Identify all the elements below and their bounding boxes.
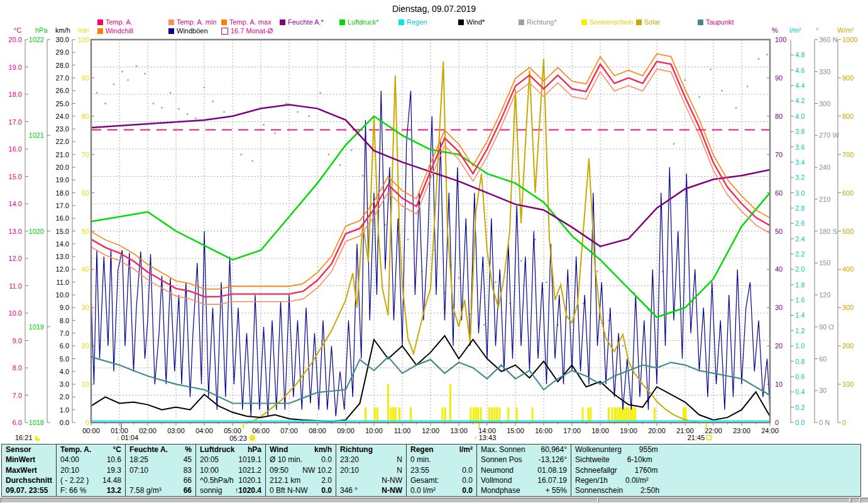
axis-tick-label: 80: [775, 113, 783, 120]
axis-tick-label: 16.0: [56, 214, 69, 222]
axis-tick-label: 25.0: [56, 100, 69, 108]
table-cell: 23:55: [410, 466, 429, 475]
axis-unit-label: %: [772, 26, 778, 34]
table-cell: ↑1020.4: [234, 486, 261, 495]
axis-tick-label: 360 N: [819, 36, 837, 43]
table-cell: 1019.1: [238, 455, 261, 465]
sunrise-time-label: 05:23: [229, 434, 247, 442]
axis-unit-label: km/h: [55, 26, 70, 34]
table-cell: 1020.1: [238, 476, 261, 485]
axis-tick-label: 100: [78, 36, 89, 43]
table-cell: Ø 10 min.: [270, 455, 302, 465]
x-axis-label: 02:00: [139, 427, 157, 434]
axis-tick-label: 200: [842, 342, 854, 350]
sunshine-bar: [488, 407, 490, 423]
sunshine-bar: [480, 407, 482, 423]
axis-tick-label: 240: [819, 163, 830, 171]
sunshine-bar: [477, 407, 479, 423]
weather-chart: 6.07.08.09.010.011.012.013.014.015.016.0…: [0, 0, 868, 444]
axis-unit-label: min: [78, 26, 89, 34]
axis-tick-label: 40: [775, 265, 783, 273]
wind-direction-dot: [684, 79, 686, 81]
axis-tick-label: 13.0: [9, 228, 22, 235]
table-cell: 0 Bft N-NW: [270, 486, 308, 495]
table-cell: 0.0: [462, 486, 473, 495]
status-bar-segment: [1, 498, 598, 503]
table-row: 18:2545: [126, 455, 195, 465]
table-cell: Wolkenunterg: [575, 445, 622, 455]
wind-direction-dot: [297, 111, 299, 113]
axis-tick-label: 4.0: [795, 113, 805, 120]
table-cell: 04:00: [60, 455, 79, 465]
sunshine-bar: [625, 407, 627, 423]
axis-tick-label: 700: [842, 151, 854, 158]
axis-tick-label: 16.0: [9, 145, 22, 153]
table-row-header: Windkm/h: [266, 445, 336, 455]
table-row: ( - 2.22 )14.48: [57, 475, 125, 485]
table-row: 07:1083: [126, 465, 195, 475]
sunshine-bar: [444, 407, 446, 423]
axis-tick-label: 0: [842, 419, 846, 426]
axis-tick-label: 20.0: [9, 36, 22, 43]
axis-tick-label: 0.0: [795, 419, 805, 426]
axis-tick-label: 900: [842, 74, 854, 82]
axis-tick-label: 3.4: [795, 158, 805, 166]
axis-tick-label: 0 N: [819, 419, 830, 426]
table-row: 346 °N-NW: [336, 486, 406, 496]
table-cell: Mondphase: [481, 486, 520, 495]
wind-direction-dot: [104, 102, 106, 104]
sunshine-bar: [376, 407, 378, 423]
table-cell: Gesamt:: [410, 476, 439, 485]
axis-tick-label: 1.2: [795, 327, 805, 334]
axis-tick-label: 18.0: [56, 189, 69, 197]
table-row: 04:0010.6: [57, 455, 125, 465]
wind-direction-dot: [407, 239, 409, 241]
axis-tick-label: 1.8: [795, 281, 805, 289]
sunshine-bar: [392, 407, 394, 423]
table-cell: ( - 2.22 ): [60, 476, 89, 485]
axis-tick-label: 2.8: [795, 204, 805, 212]
axis-tick-label: 400: [842, 265, 854, 273]
table-row-header: MinWert: [2, 455, 56, 465]
table-cell: 13.2: [107, 486, 121, 495]
sunshine-bar: [617, 407, 618, 423]
table-row-header: Temp. A.°C: [57, 445, 125, 455]
sunshine-bar: [441, 407, 443, 423]
axis-tick-label: 3.0: [795, 189, 805, 197]
table-col-astro: Max. Sonnen60,964°Sonnen Pos-13,126°Neum…: [476, 445, 571, 496]
wind-direction-dot: [136, 65, 138, 67]
wind-direction-dot: [673, 143, 675, 145]
axis-tick-label: 10: [775, 380, 783, 388]
axis-tick-label: 1.6: [795, 296, 805, 304]
sunshine-bar: [390, 407, 392, 423]
sunshine-bar: [507, 407, 509, 423]
table-cell: 09.07. 23:55: [6, 486, 48, 495]
axis-tick-label: 0: [85, 419, 89, 426]
axis-tick-label: 0: [775, 419, 779, 426]
sunshine-bar: [395, 407, 397, 423]
table-cell: 20:10: [340, 466, 359, 475]
table-cell: 0.0: [462, 466, 473, 475]
moonset-time-label: 01:04: [121, 434, 139, 441]
axis-tick-label: 6.0: [60, 342, 69, 350]
table-cell: 1760m: [635, 466, 658, 475]
x-axis-label: 11:00: [394, 427, 411, 434]
sunshine-bar: [621, 407, 623, 423]
x-axis-label: 23:00: [733, 427, 750, 434]
moon-time-annotation: 16:21: [15, 434, 41, 441]
axis-tick-label: 90: [775, 74, 783, 82]
axis-tick-label: 60: [82, 189, 89, 197]
axis-tick-label: 2.2: [795, 250, 805, 258]
table-cell: Wind: [270, 445, 288, 455]
table-cell: Neumond: [481, 466, 514, 475]
axis-tick-label: 300: [819, 100, 830, 108]
sunshine-bar: [491, 407, 493, 423]
table-row-header: Feuchte A.%: [126, 445, 195, 455]
axis-tick-label: 60: [775, 189, 783, 197]
table-col-luftdruck: LuftdruckhPa20:051019.110:001021.2^0.5hP…: [195, 445, 265, 496]
table-row: Gesamt:0.0: [407, 475, 476, 485]
axis-tick-label: 0.8: [795, 358, 805, 365]
table-cell: Vollmond: [481, 476, 512, 485]
wind-direction-dot: [351, 150, 353, 152]
table-cell: 07:10: [129, 466, 148, 475]
